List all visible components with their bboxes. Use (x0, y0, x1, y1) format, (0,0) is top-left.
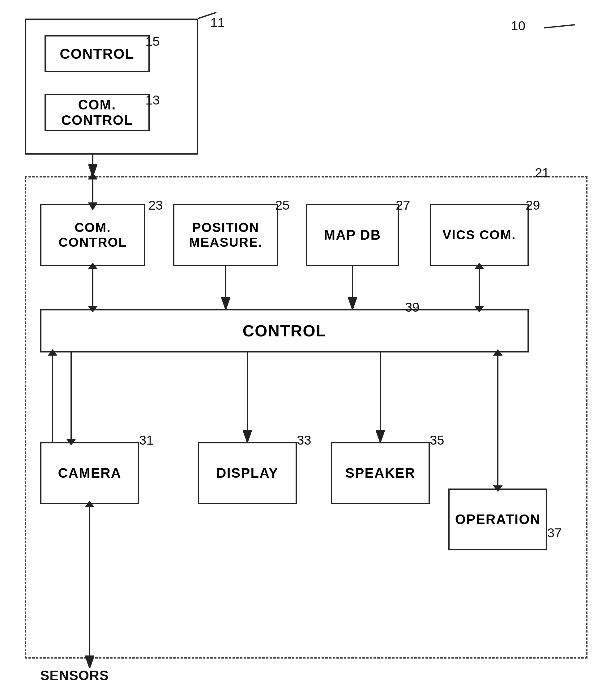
box-control-main: CONTROL (40, 309, 529, 352)
box-vics-com: VICS COM. (430, 204, 529, 266)
ref-35: 35 (430, 433, 444, 448)
ref-27: 27 (396, 198, 410, 213)
box-11: CONTROL COM. CONTROL (25, 18, 198, 154)
box-com-control-top: COM. CONTROL (45, 94, 150, 131)
box-display: DISPLAY (198, 442, 297, 504)
ref-21: 21 (535, 165, 550, 180)
ref-10: 10 (511, 18, 525, 34)
ref-11: 11 (210, 15, 225, 30)
svg-line-2 (544, 25, 575, 28)
box-control-top: CONTROL (45, 35, 150, 72)
box-map-db: MAP DB (306, 204, 399, 266)
ref-37: 37 (547, 526, 562, 540)
ref-13: 13 (145, 93, 160, 108)
box-speaker: SPEAKER (331, 442, 430, 504)
box-operation: OPERATION (448, 488, 547, 550)
box-position-measure: POSITION MEASURE. (173, 204, 278, 266)
ref-29: 29 (526, 198, 540, 213)
label-sensors: SENSORS (40, 668, 109, 683)
ref-25: 25 (275, 198, 290, 213)
ref-33: 33 (297, 433, 311, 448)
ref-23: 23 (148, 198, 163, 213)
box-camera: CAMERA (40, 442, 139, 504)
ref-31: 31 (139, 433, 154, 448)
box-com-control: COM. CONTROL (40, 204, 145, 266)
ref-15: 15 (145, 34, 160, 49)
ref-39: 39 (405, 300, 419, 315)
